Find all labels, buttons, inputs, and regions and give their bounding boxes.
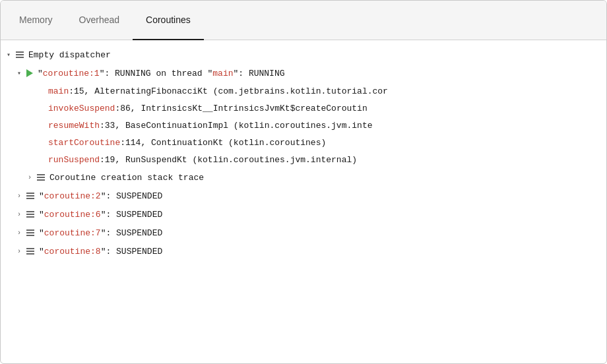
svg-rect-6 bbox=[26, 193, 34, 194]
stack-line-resumeWith: resumeWith:33, BaseContinuationImpl (kot… bbox=[1, 117, 606, 134]
svg-rect-17 bbox=[26, 253, 34, 255]
stack-line-startCoroutine: startCoroutine:114, ContinuationKt (kotl… bbox=[1, 134, 606, 151]
arrow-coroutine8[interactable] bbox=[14, 246, 24, 257]
arrow-coroutine2[interactable] bbox=[14, 191, 24, 201]
tree-row-creation-trace[interactable]: Coroutine creation stack trace bbox=[1, 168, 606, 187]
stack-line-main: main:15, AlternatingFibonacciKt (com.jet… bbox=[1, 82, 606, 100]
svg-rect-8 bbox=[26, 198, 34, 199]
arrow-coroutine7[interactable] bbox=[14, 228, 24, 238]
tree-row-coroutine8[interactable]: "coroutine:8": SUSPENDED bbox=[1, 242, 606, 260]
svg-rect-14 bbox=[26, 235, 34, 236]
list-icon-coroutine6 bbox=[24, 208, 36, 220]
tree-row-coroutine7[interactable]: "coroutine:7": SUSPENDED bbox=[1, 224, 606, 242]
creation-trace-label: Coroutine creation stack trace bbox=[49, 173, 204, 183]
tree-row-coroutine2[interactable]: "coroutine:2": SUSPENDED bbox=[1, 187, 606, 205]
arrow-creation-trace[interactable] bbox=[24, 172, 35, 183]
tab-bar: Memory Overhead Coroutines bbox=[1, 1, 606, 40]
stack-line-runSuspend: runSuspend:19, RunSuspendKt (kotlin.coro… bbox=[1, 151, 606, 168]
play-icon-running bbox=[24, 68, 35, 78]
arrow-coroutine6[interactable] bbox=[14, 209, 24, 220]
svg-rect-11 bbox=[26, 216, 34, 218]
svg-rect-0 bbox=[16, 51, 24, 53]
tree-row-root[interactable]: Empty dispatcher bbox=[1, 46, 606, 64]
coroutine1-label: "coroutine:1": RUNNING on thread "main":… bbox=[38, 69, 285, 78]
coroutine6-label: "coroutine:6": SUSPENDED bbox=[39, 210, 162, 220]
svg-rect-2 bbox=[16, 57, 24, 58]
svg-rect-7 bbox=[26, 195, 34, 197]
svg-rect-4 bbox=[37, 177, 45, 178]
list-icon-coroutine2 bbox=[24, 190, 36, 202]
svg-rect-13 bbox=[26, 232, 34, 233]
svg-rect-3 bbox=[37, 174, 45, 175]
coroutine7-label: "coroutine:7": SUSPENDED bbox=[39, 228, 162, 238]
coroutine8-label: "coroutine:8": SUSPENDED bbox=[39, 247, 162, 257]
svg-rect-10 bbox=[26, 214, 34, 215]
svg-rect-9 bbox=[26, 211, 34, 212]
tab-coroutines[interactable]: Coroutines bbox=[133, 1, 204, 40]
tree-row-coroutine1[interactable]: "coroutine:1": RUNNING on thread "main":… bbox=[1, 64, 606, 82]
arrow-root[interactable] bbox=[3, 49, 14, 60]
arrow-coroutine1[interactable] bbox=[14, 68, 24, 78]
svg-rect-12 bbox=[26, 229, 34, 231]
tree-content: Empty dispatcher "coroutine:1": RUNNING … bbox=[1, 40, 606, 266]
tab-memory[interactable]: Memory bbox=[6, 1, 66, 40]
svg-rect-5 bbox=[37, 179, 45, 181]
tree-row-coroutine6[interactable]: "coroutine:6": SUSPENDED bbox=[1, 205, 606, 224]
tab-overhead[interactable]: Overhead bbox=[66, 1, 133, 40]
list-icon-coroutine7 bbox=[24, 227, 36, 239]
svg-rect-16 bbox=[26, 251, 34, 252]
list-icon-creation bbox=[35, 171, 47, 183]
list-icon-root bbox=[14, 49, 26, 61]
coroutine2-label: "coroutine:2": SUSPENDED bbox=[39, 191, 162, 201]
stack-line-invokeSuspend: invokeSuspend:86, IntrinsicsKt__Intrinsi… bbox=[1, 100, 606, 117]
list-icon-coroutine8 bbox=[24, 245, 36, 257]
root-label: Empty dispatcher bbox=[28, 50, 111, 60]
svg-rect-1 bbox=[16, 54, 24, 55]
svg-rect-15 bbox=[26, 248, 34, 249]
